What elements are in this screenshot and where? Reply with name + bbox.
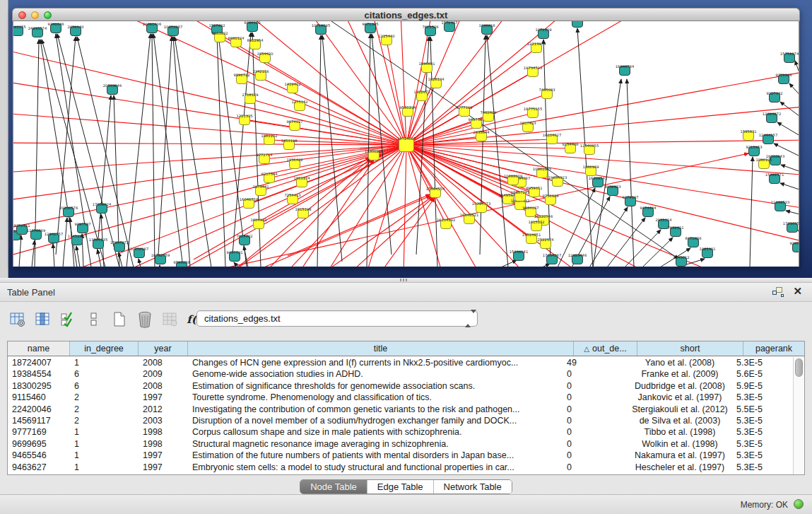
table-row[interactable]: 1456911722003Disruption of a novel membe…	[8, 415, 793, 426]
cell-title[interactable]: Structural magnetic resonance image aver…	[188, 438, 563, 450]
cell-name[interactable]: 19384554	[8, 368, 70, 380]
cell-out-degree[interactable]: 0	[563, 426, 626, 438]
cell-short[interactable]: Dudbridge et al. (2008)	[626, 380, 732, 392]
cell-pagerank[interactable]: 5.3E-5	[732, 438, 793, 450]
table-row[interactable]: 1938455462009Genome-wide association stu…	[8, 368, 793, 380]
cell-short[interactable]: de Silva et al. (2003)	[626, 415, 732, 426]
select-all-icon[interactable]	[59, 311, 78, 328]
cell-out-degree[interactable]: 0	[563, 462, 626, 473]
cell-in-degree[interactable]: 1	[70, 462, 139, 473]
cell-pagerank[interactable]: 5.9E-5	[732, 380, 793, 392]
table-source-combobox[interactable]: citations_edges.txt	[196, 310, 478, 327]
cell-name[interactable]: 18300295	[8, 380, 70, 392]
cell-title[interactable]: Estimation of significance thresholds fo…	[188, 380, 563, 392]
cell-title[interactable]: Disruption of a novel member of a sodium…	[188, 415, 563, 426]
cell-out-degree[interactable]: 0	[563, 380, 626, 392]
cell-in-degree[interactable]: 2	[70, 404, 139, 415]
cell-year[interactable]: 1998	[139, 426, 188, 438]
cell-out-degree[interactable]: 0	[563, 392, 626, 403]
cell-short[interactable]: Tibbo et al. (1998)	[626, 426, 732, 438]
cell-name[interactable]: 9777169	[8, 426, 70, 438]
cell-in-degree[interactable]: 6	[70, 368, 139, 380]
network-node[interactable]	[572, 21, 583, 28]
cell-title[interactable]: Investigating the contribution of common…	[188, 404, 563, 415]
cell-short[interactable]: Franke et al. (2009)	[626, 368, 732, 380]
column-header-title[interactable]: title	[188, 341, 574, 356]
cell-pagerank[interactable]: 5.3E-5	[732, 462, 793, 473]
column-header-year[interactable]: year	[139, 341, 188, 356]
cell-year[interactable]: 1997	[139, 462, 188, 473]
network-canvas[interactable]: 2393155240355749346046203914020691406106…	[13, 21, 799, 267]
cell-short[interactable]: Yano et al. (2008)	[626, 357, 732, 368]
citation-network-graph[interactable]: 2393155240355749346046203914020691406106…	[13, 21, 799, 267]
cell-pagerank[interactable]: 5.5E-5	[732, 404, 793, 415]
cell-in-degree[interactable]: 6	[70, 380, 139, 392]
memory-ok-icon[interactable]	[794, 499, 804, 509]
cell-out-degree[interactable]: 0	[563, 438, 626, 450]
delete-table-icon[interactable]	[136, 311, 154, 328]
cell-out-degree[interactable]: 0	[563, 368, 626, 380]
table-scrollbar[interactable]	[793, 357, 804, 474]
cell-name[interactable]: 9463627	[8, 462, 70, 473]
table-settings-icon[interactable]	[8, 311, 27, 328]
cell-in-degree[interactable]: 2	[70, 392, 139, 403]
cell-year[interactable]: 1997	[139, 450, 188, 461]
column-header-pagerank[interactable]: pagerank	[743, 341, 804, 356]
table-row[interactable]: 946554611997Estimation of the future num…	[8, 450, 793, 461]
deselect-icon[interactable]	[85, 311, 103, 328]
cell-title[interactable]: Changes of HCN gene expression and I(f) …	[188, 357, 563, 368]
cell-short[interactable]: Stergiakouli et al. (2012)	[626, 404, 732, 415]
cell-year[interactable]: 2008	[139, 380, 188, 392]
cell-title[interactable]: Estimation of the future numbers of pati…	[188, 450, 563, 461]
cell-in-degree[interactable]: 1	[70, 357, 139, 368]
cell-short[interactable]: Jankovic et al. (1997)	[626, 392, 732, 403]
table-row[interactable]: 977716911998Corpus callosum shape and si…	[8, 426, 793, 438]
cell-short[interactable]: Hescheler et al. (1997)	[626, 462, 732, 473]
cell-year[interactable]: 2009	[139, 368, 188, 380]
column-header-name[interactable]: name	[8, 341, 70, 356]
cell-name[interactable]: 14569117	[8, 415, 70, 426]
table-row[interactable]: 1872400712008Changes of HCN gene express…	[8, 357, 793, 368]
column-header-out-degree[interactable]: △out_de...	[574, 341, 637, 356]
tab-edge-table[interactable]: Edge Table	[367, 480, 434, 493]
cell-in-degree[interactable]: 1	[70, 438, 139, 450]
column-header-in-degree[interactable]: in_degree	[70, 341, 139, 356]
cell-pagerank[interactable]: 5.3E-5	[732, 415, 793, 426]
cell-name[interactable]: 22420046	[8, 404, 70, 415]
cell-out-degree[interactable]: 0	[563, 450, 626, 461]
column-header-short[interactable]: short	[637, 341, 743, 356]
cell-year[interactable]: 2003	[139, 415, 188, 426]
cell-name[interactable]: 18724007	[8, 357, 70, 368]
cell-name[interactable]: 9699695	[8, 438, 70, 450]
new-table-icon[interactable]	[110, 311, 129, 328]
cell-out-degree[interactable]: 49	[563, 357, 626, 368]
cell-title[interactable]: Tourette syndrome. Phenomenology and cla…	[188, 392, 563, 403]
table-row[interactable]: 911546021997Tourette syndrome. Phenomeno…	[8, 392, 793, 403]
cell-year[interactable]: 1997	[139, 392, 188, 403]
cell-pagerank[interactable]: 5.3E-5	[732, 357, 793, 368]
tab-network-table[interactable]: Network Table	[434, 480, 512, 493]
table-row[interactable]: 1830029562008Estimation of significance …	[8, 380, 793, 392]
cell-in-degree[interactable]: 1	[70, 450, 139, 461]
cell-title[interactable]: Embryonic stem cells: a model to study s…	[188, 462, 563, 473]
cell-out-degree[interactable]: 0	[563, 404, 626, 415]
cell-in-degree[interactable]: 2	[70, 415, 139, 426]
table-scrollbar-thumb[interactable]	[795, 358, 803, 377]
cell-short[interactable]: Wolkin et al. (1998)	[626, 438, 732, 450]
tab-node-table[interactable]: Node Table	[300, 480, 367, 493]
table-row[interactable]: 946362711997Embryonic stem cells: a mode…	[8, 462, 793, 473]
cell-name[interactable]: 9115460	[8, 392, 70, 403]
cell-pagerank[interactable]: 5.3E-5	[732, 450, 793, 461]
cell-out-degree[interactable]: 0	[563, 415, 626, 426]
cell-title[interactable]: Genome-wide association studies in ADHD.	[188, 368, 563, 380]
delete-column-icon[interactable]	[161, 311, 180, 328]
cell-pagerank[interactable]: 5.3E-5	[732, 426, 793, 438]
close-panel-icon[interactable]: ✕	[793, 286, 802, 297]
cell-name[interactable]: 9465546	[8, 450, 70, 461]
network-window-titlebar[interactable]: citations_edges.txt	[12, 8, 800, 21]
cell-short[interactable]: Nakamura et al. (1997)	[626, 450, 732, 461]
cell-in-degree[interactable]: 1	[70, 426, 139, 438]
table-row[interactable]: 2242004622012Investigating the contribut…	[8, 404, 793, 415]
panel-divider[interactable]	[0, 278, 812, 283]
cell-pagerank[interactable]: 5.3E-5	[732, 392, 793, 403]
